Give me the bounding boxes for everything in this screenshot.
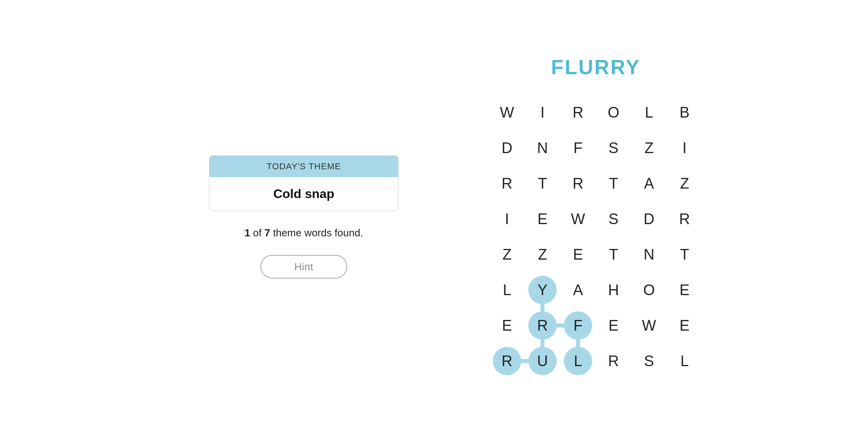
grid-container: WIROLBDNFSZIRTRTAZIEWSDRZZETNTLYAHOEERFE… bbox=[489, 95, 702, 379]
right-panel: FLURRY WIROLBDNFSZIRTRTAZIEWSDRZZETNTLYA… bbox=[489, 55, 702, 379]
grid-cell[interactable]: E bbox=[667, 308, 702, 343]
grid-cell[interactable]: T bbox=[596, 237, 631, 272]
grid-cell[interactable]: A bbox=[631, 166, 667, 201]
game-title: FLURRY bbox=[551, 55, 641, 79]
hint-button[interactable]: Hint bbox=[260, 255, 347, 279]
theme-card-header: TODAY'S THEME bbox=[210, 156, 398, 177]
grid-cell[interactable]: R bbox=[560, 166, 596, 201]
grid-cell[interactable]: T bbox=[525, 166, 560, 201]
grid-cell[interactable]: F bbox=[560, 130, 596, 166]
grid-cell[interactable]: R bbox=[525, 308, 560, 343]
grid-cell[interactable]: W bbox=[489, 95, 525, 130]
grid-cell[interactable]: N bbox=[631, 237, 667, 272]
grid-cell[interactable]: E bbox=[489, 308, 525, 343]
highlighted-cell: R bbox=[493, 347, 521, 375]
highlighted-cell: U bbox=[528, 347, 557, 375]
grid-cell[interactable]: R bbox=[560, 95, 596, 130]
found-count: 1 bbox=[245, 227, 250, 239]
theme-card-body: Cold snap bbox=[210, 177, 398, 211]
grid-cell[interactable]: B bbox=[667, 95, 702, 130]
grid-cell[interactable]: E bbox=[560, 237, 596, 272]
theme-card: TODAY'S THEME Cold snap bbox=[209, 155, 398, 211]
grid-cell[interactable]: Z bbox=[667, 166, 702, 201]
grid-cell[interactable]: E bbox=[667, 272, 702, 308]
grid-cell[interactable]: L bbox=[489, 272, 525, 308]
grid-cell[interactable]: I bbox=[667, 130, 702, 166]
grid-cell[interactable]: D bbox=[489, 130, 525, 166]
theme-word: Cold snap bbox=[273, 187, 335, 201]
grid-cell[interactable]: D bbox=[631, 201, 667, 237]
highlighted-cell: R bbox=[528, 311, 557, 340]
grid-cell[interactable]: Y bbox=[525, 272, 560, 308]
progress-text: 1 of 7 theme words found. bbox=[245, 227, 363, 239]
grid-cell[interactable]: Z bbox=[631, 130, 667, 166]
grid-cell[interactable]: Z bbox=[489, 237, 525, 272]
grid-cell[interactable]: R bbox=[596, 343, 631, 379]
grid-cell[interactable]: S bbox=[596, 130, 631, 166]
grid-cell[interactable]: A bbox=[560, 272, 596, 308]
grid-cell[interactable]: E bbox=[525, 201, 560, 237]
grid-cell[interactable]: N bbox=[525, 130, 560, 166]
highlighted-cell: Y bbox=[528, 276, 557, 304]
grid-cell[interactable]: L bbox=[667, 343, 702, 379]
grid-cell[interactable]: Z bbox=[525, 237, 560, 272]
grid-cell[interactable]: F bbox=[560, 308, 596, 343]
grid-cell[interactable]: L bbox=[631, 95, 667, 130]
grid-cell[interactable]: L bbox=[560, 343, 596, 379]
grid-cell[interactable]: W bbox=[560, 201, 596, 237]
grid-cell[interactable]: I bbox=[525, 95, 560, 130]
main-container: TODAY'S THEME Cold snap 1 of 7 theme wor… bbox=[0, 0, 868, 434]
grid-cell[interactable]: T bbox=[596, 166, 631, 201]
grid-cell[interactable]: S bbox=[631, 343, 667, 379]
grid-cell[interactable]: W bbox=[631, 308, 667, 343]
grid-cell[interactable]: R bbox=[667, 201, 702, 237]
grid-cell[interactable]: U bbox=[525, 343, 560, 379]
grid-cell[interactable]: I bbox=[489, 201, 525, 237]
grid-cell[interactable]: H bbox=[596, 272, 631, 308]
grid-cell[interactable]: E bbox=[596, 308, 631, 343]
theme-label: TODAY'S THEME bbox=[267, 161, 341, 171]
highlighted-cell: F bbox=[564, 311, 592, 340]
left-panel: TODAY'S THEME Cold snap 1 of 7 theme wor… bbox=[166, 155, 442, 279]
grid-cell[interactable]: S bbox=[596, 201, 631, 237]
grid-cell[interactable]: O bbox=[631, 272, 667, 308]
grid-cell[interactable]: R bbox=[489, 343, 525, 379]
highlighted-cell: L bbox=[564, 347, 592, 375]
total-count: 7 bbox=[264, 227, 270, 239]
grid-cell[interactable]: O bbox=[596, 95, 631, 130]
grid-cell[interactable]: R bbox=[489, 166, 525, 201]
grid-cell[interactable]: T bbox=[667, 237, 702, 272]
